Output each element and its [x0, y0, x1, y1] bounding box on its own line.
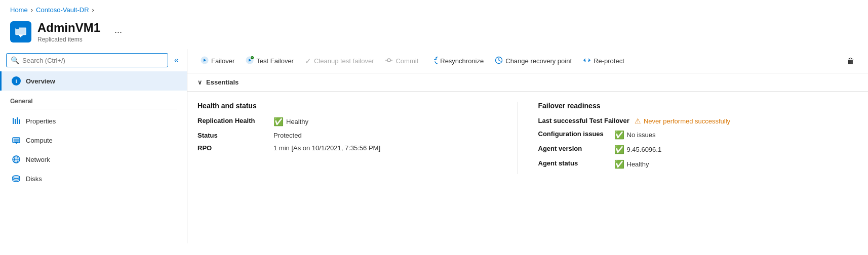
svg-rect-5: [16, 27, 19, 29]
svg-rect-9: [19, 119, 20, 124]
rpo-label: RPO: [198, 144, 268, 152]
essentials-label: Essentials: [206, 78, 239, 86]
network-icon: [12, 155, 21, 164]
properties-icon: [12, 116, 21, 125]
failover-readiness-col: Failover readiness Last successful Test …: [518, 102, 858, 174]
svg-rect-11: [14, 139, 19, 142]
status-text: Protected: [273, 132, 302, 139]
replication-health-text: Healthy: [286, 118, 308, 125]
breadcrumb-vault[interactable]: Contoso-Vault-DR: [36, 6, 89, 14]
agent-status-text: Healthy: [627, 160, 649, 168]
resynchronize-button[interactable]: Resynchronize: [424, 53, 489, 69]
test-failover-label: Test Failover: [256, 57, 294, 65]
last-test-failover-label: Last successful Test Failover: [538, 117, 629, 124]
cleanup-test-failover-button[interactable]: ✓ Cleanup test failover: [300, 54, 379, 69]
commit-label: Commit: [396, 57, 418, 65]
breadcrumb-sep2: ›: [92, 6, 94, 14]
resync-icon: [429, 56, 438, 66]
disks-icon: [12, 174, 21, 183]
last-test-failover-value: ⚠ Never performed successfully: [635, 117, 730, 125]
essentials-chevron-icon: ∨: [198, 79, 202, 86]
svg-rect-6: [13, 118, 14, 124]
rpo-value: 1 min [As on 10/1/2021, 7:35:56 PM]: [273, 144, 380, 152]
svg-rect-2: [16, 28, 26, 34]
failover-icon: [201, 56, 209, 66]
svg-point-21: [387, 59, 390, 62]
sidebar-item-disks-label: Disks: [26, 175, 42, 183]
failover-label: Failover: [211, 57, 234, 65]
agent-version-check-icon: ✅: [614, 145, 624, 154]
main-layout: 🔍 « i Overview General Properties: [0, 49, 868, 243]
last-test-failover-link[interactable]: Never performed successfully: [644, 117, 730, 125]
status-value: Protected: [273, 132, 302, 139]
sidebar-item-overview-label: Overview: [26, 77, 55, 85]
failover-readiness-title: Failover readiness: [538, 102, 858, 110]
clock-icon: [495, 56, 503, 66]
breadcrumb: Home › Contoso-Vault-DR ›: [0, 0, 868, 17]
vm-icon: [10, 21, 31, 42]
breadcrumb-home[interactable]: Home: [10, 6, 28, 14]
compute-icon: [12, 136, 21, 145]
re-protect-button[interactable]: Re-protect: [578, 53, 629, 69]
sidebar-item-properties[interactable]: Properties: [0, 111, 187, 131]
search-bar-container: 🔍: [6, 53, 168, 67]
replication-health-label: Replication Health: [198, 117, 268, 124]
search-bar-wrap: 🔍 «: [0, 49, 187, 71]
failover-button[interactable]: Failover: [195, 53, 240, 69]
collapse-sidebar-button[interactable]: «: [172, 54, 181, 67]
search-icon: 🔍: [11, 56, 19, 64]
agent-status-check-icon: ✅: [614, 159, 624, 169]
re-protect-label: Re-protect: [594, 57, 624, 65]
page-title: AdminVM1: [37, 21, 100, 35]
delete-button[interactable]: 🗑: [842, 54, 860, 69]
last-test-failover-row: Last successful Test Failover ⚠ Never pe…: [538, 117, 858, 125]
change-recovery-point-button[interactable]: Change recovery point: [490, 53, 577, 69]
sidebar-item-disks[interactable]: Disks: [0, 169, 187, 188]
sidebar-item-compute[interactable]: Compute: [0, 131, 187, 150]
delete-icon: 🗑: [847, 57, 855, 66]
status-row: Status Protected: [198, 132, 518, 139]
ellipsis-button[interactable]: ···: [110, 25, 126, 39]
agent-version-value: ✅ 9.45.6096.1: [614, 145, 662, 154]
info-icon: i: [12, 76, 21, 86]
config-check-icon: ✅: [614, 130, 624, 140]
sidebar-item-network-label: Network: [26, 156, 50, 163]
reprotect-icon: [583, 56, 591, 66]
sidebar-item-compute-label: Compute: [26, 137, 53, 144]
config-issues-text: No issues: [627, 131, 656, 139]
test-failover-button[interactable]: Test Failover: [241, 53, 299, 69]
svg-rect-8: [17, 117, 18, 124]
sidebar: 🔍 « i Overview General Properties: [0, 49, 187, 243]
toolbar: Failover Test Failover ✓ Cleanup test fa: [187, 49, 868, 73]
essentials-header[interactable]: ∨ Essentials: [187, 73, 868, 92]
svg-point-17: [13, 176, 20, 179]
search-input[interactable]: [22, 57, 164, 64]
cleanup-test-failover-label: Cleanup test failover: [314, 57, 374, 65]
general-section-label: General: [0, 91, 187, 107]
sidebar-item-network[interactable]: Network: [0, 150, 187, 169]
status-label: Status: [198, 132, 268, 139]
sidebar-item-overview[interactable]: i Overview: [0, 71, 187, 91]
agent-status-label: Agent status: [538, 159, 609, 167]
config-issues-row: Configuration issues ✅ No issues: [538, 130, 858, 140]
nav-divider: [10, 109, 177, 109]
agent-status-value: ✅ Healthy: [614, 159, 649, 169]
agent-version-text: 9.45.6096.1: [627, 146, 662, 153]
config-issues-label: Configuration issues: [538, 130, 609, 138]
essentials-content: Health and status Replication Health ✅ H…: [187, 92, 868, 182]
healthy-check-icon: ✅: [273, 117, 284, 126]
page-subtitle: Replicated items: [37, 36, 100, 43]
commit-button[interactable]: Commit: [380, 53, 423, 69]
resynchronize-label: Resynchronize: [440, 57, 484, 65]
rpo-row: RPO 1 min [As on 10/1/2021, 7:35:56 PM]: [198, 144, 518, 152]
agent-version-label: Agent version: [538, 145, 609, 152]
svg-rect-7: [15, 119, 16, 124]
replication-health-value: ✅ Healthy: [273, 117, 308, 126]
sidebar-item-properties-label: Properties: [26, 117, 56, 125]
rpo-text: 1 min [As on 10/1/2021, 7:35:56 PM]: [273, 144, 380, 152]
warning-icon: ⚠: [635, 117, 641, 125]
breadcrumb-sep1: ›: [31, 6, 33, 14]
change-recovery-point-label: Change recovery point: [505, 57, 572, 65]
main-area: Failover Test Failover ✓ Cleanup test fa: [187, 49, 868, 243]
cleanup-icon: ✓: [305, 57, 311, 66]
